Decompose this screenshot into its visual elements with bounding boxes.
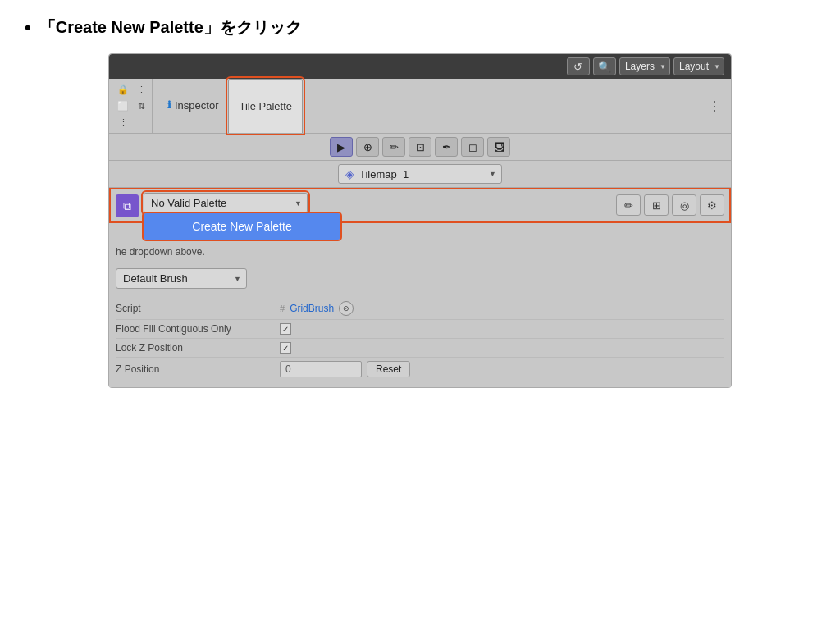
tabs-row: 🔒 ⋮ ⬜ ⇅ ⋮ ℹ Inspector Tile Palette ⋮: [109, 79, 731, 134]
grid-icon: ⊞: [652, 199, 661, 212]
palette-icon: ⧉: [123, 199, 131, 213]
flood-fill-check: ✓: [282, 325, 289, 334]
brush-dropdown[interactable]: Default Brush: [116, 268, 247, 289]
palette-icon-box: ⧉: [116, 194, 139, 217]
z-position-label: Z Position: [116, 363, 280, 375]
palette-edit-button[interactable]: ✏: [616, 194, 641, 216]
flood-fill-value-container: ✓: [280, 323, 724, 335]
no-valid-palette-label: No Valid Palette: [151, 197, 226, 209]
script-value[interactable]: GridBrush: [290, 303, 334, 314]
lock-z-check: ✓: [282, 344, 289, 353]
flood-fill-checkbox[interactable]: ✓: [280, 323, 291, 335]
tool-row: ▶ ⊕ ✏ ⊡ ✒ ◻ ⛾: [109, 134, 731, 161]
move-tool-button[interactable]: ⊕: [356, 137, 379, 157]
fill-tool-button[interactable]: ⛾: [487, 137, 510, 157]
palette-row: ⧉ No Valid Palette Create New Palette ✏: [109, 188, 731, 223]
tilemap-icon: ◈: [345, 167, 354, 180]
arrow-tool-button[interactable]: ▶: [330, 137, 353, 157]
lock-z-label: Lock Z Position: [116, 342, 280, 354]
create-new-palette-item[interactable]: Create New Palette: [144, 213, 340, 240]
settings-icon: ⚙: [707, 199, 717, 212]
top-toolbar: ↺ 🔍 Layers Layout: [109, 54, 731, 79]
palette-grid-button[interactable]: ⊞: [644, 194, 669, 216]
tab-options-button[interactable]: ⋮: [701, 94, 728, 119]
reset-label: Reset: [376, 363, 401, 375]
palette-selector-dropdown[interactable]: No Valid Palette: [144, 193, 308, 213]
hash-symbol: #: [280, 304, 285, 313]
lock-z-value-container: ✓: [280, 342, 724, 354]
layout-label: Layout: [679, 61, 709, 72]
script-value-container: # GridBrush ⊙: [280, 301, 724, 316]
tab-inspector[interactable]: ℹ Inspector: [158, 79, 228, 133]
info-icon: ℹ: [167, 99, 171, 111]
flood-fill-label: Flood Fill Contiguous Only: [116, 323, 280, 335]
palette-globe-button[interactable]: ◎: [672, 194, 696, 216]
lock-icon[interactable]: 🔒: [116, 82, 130, 97]
fill-icon: ⛾: [494, 141, 504, 153]
tilemap-name: Tilemap_1: [359, 168, 409, 180]
brush-label: Default Brush: [123, 272, 188, 285]
palette-settings-button[interactable]: ⚙: [700, 194, 724, 216]
layers-label: Layers: [625, 61, 655, 72]
layout-dropdown[interactable]: Layout: [673, 57, 724, 75]
eraser-tool-button[interactable]: ◻: [461, 137, 484, 157]
tilemap-dropdown[interactable]: ◈ Tilemap_1: [338, 164, 502, 184]
script-circle-button[interactable]: ⊙: [339, 301, 354, 316]
select-icon: ⊡: [416, 141, 425, 153]
z-position-property-row: Z Position 0 Reset: [116, 358, 724, 381]
z-position-value: 0: [285, 363, 291, 375]
layers-dropdown[interactable]: Layers: [619, 57, 670, 75]
tile-palette-label: Tile Palette: [239, 100, 292, 112]
bullet-point: •: [25, 17, 31, 39]
z-position-value-container: 0 Reset: [280, 361, 724, 377]
select-tool-button[interactable]: ⊡: [409, 137, 431, 157]
unity-panel: ↺ 🔍 Layers Layout 🔒 ⋮ ⬜ ⇅: [108, 53, 732, 388]
arrow-icon: ▶: [337, 141, 345, 153]
script-label: Script: [116, 303, 280, 314]
lock-z-property-row: Lock Z Position ✓: [116, 339, 724, 358]
create-new-palette-label: Create New Palette: [192, 220, 291, 233]
search-icon: 🔍: [598, 61, 611, 73]
brush-tool-button[interactable]: ✏: [382, 137, 405, 157]
eyedropper-tool-button[interactable]: ✒: [435, 137, 458, 157]
search-button[interactable]: 🔍: [593, 57, 616, 75]
brush-row: Default Brush: [109, 263, 731, 294]
history-button[interactable]: ↺: [567, 57, 590, 75]
properties-table: Script # GridBrush ⊙ Flood Fill Contiguo…: [109, 294, 731, 387]
tab-tile-palette[interactable]: Tile Palette: [228, 79, 303, 133]
lock-z-checkbox[interactable]: ✓: [280, 342, 291, 354]
history-icon: ↺: [573, 61, 582, 73]
dots-icon[interactable]: ⋮: [116, 115, 130, 130]
inspector-label: Inspector: [175, 99, 218, 112]
move-icon: ⊕: [363, 141, 372, 153]
left-sidebar-icons: 🔒 ⋮ ⬜ ⇅ ⋮: [112, 79, 153, 133]
instruction-line: • 「Create New Palette」をクリック: [25, 16, 815, 39]
script-property-row: Script # GridBrush ⊙: [116, 298, 724, 320]
palette-right-buttons: ✏ ⊞ ◎ ⚙: [616, 193, 724, 216]
more-icon[interactable]: ⋮: [134, 82, 148, 97]
sort-icon[interactable]: ⇅: [134, 98, 148, 113]
eyedropper-icon: ✒: [442, 141, 451, 153]
palette-dropdown-menu: Create New Palette: [144, 213, 340, 240]
highlight-text: Create New Palette: [56, 18, 203, 36]
reset-button[interactable]: Reset: [367, 361, 410, 377]
instruction-text: 「Create New Palette」をクリック: [39, 16, 302, 39]
maximize-icon[interactable]: ⬜: [116, 98, 130, 113]
flood-fill-property-row: Flood Fill Contiguous Only ✓: [116, 320, 724, 339]
info-text: he dropdown above.: [116, 246, 205, 258]
globe-icon: ◎: [680, 199, 689, 212]
z-position-input[interactable]: 0: [280, 361, 362, 377]
tilemap-row: ◈ Tilemap_1: [109, 161, 731, 188]
palette-selector-container: No Valid Palette Create New Palette: [144, 193, 308, 213]
edit-icon: ✏: [624, 199, 633, 212]
brush-icon: ✏: [390, 141, 399, 153]
eraser-icon: ◻: [468, 141, 477, 153]
